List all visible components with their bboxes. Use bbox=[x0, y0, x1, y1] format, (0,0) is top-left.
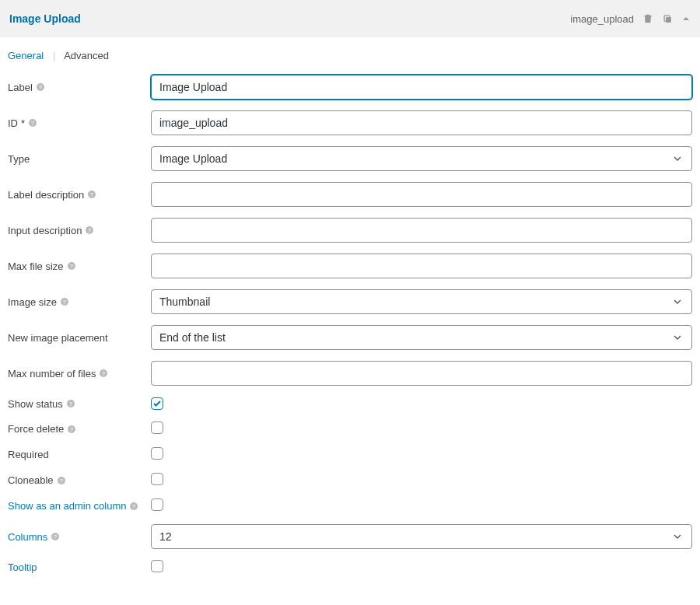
help-icon[interactable]: ? bbox=[85, 226, 94, 235]
tooltip-checkbox[interactable] bbox=[151, 560, 163, 572]
chevron-down-icon bbox=[671, 530, 684, 543]
max-file-size-text: Max file size bbox=[8, 261, 64, 272]
help-icon[interactable]: ? bbox=[129, 502, 138, 511]
field-header: Image Upload image_upload bbox=[0, 0, 700, 37]
cloneable-text: Cloneable bbox=[8, 474, 54, 486]
form-body: Label ? ID* ? Type Image Upload Label de… bbox=[0, 69, 700, 596]
new-image-placement-value: End of the list bbox=[159, 331, 226, 344]
svg-text:?: ? bbox=[60, 477, 63, 483]
row-show-admin-col: Show as an admin column ? bbox=[8, 493, 692, 519]
svg-text:?: ? bbox=[70, 426, 73, 432]
id-label-text: ID bbox=[8, 117, 18, 129]
help-icon[interactable]: ? bbox=[67, 261, 76, 271]
help-icon[interactable]: ? bbox=[51, 532, 60, 541]
tab-advanced[interactable]: Advanced bbox=[64, 50, 109, 61]
svg-text:?: ? bbox=[88, 228, 91, 233]
input-desc-input[interactable] bbox=[151, 218, 692, 243]
svg-rect-0 bbox=[666, 17, 671, 23]
field-slug: image_upload bbox=[570, 13, 634, 25]
help-icon[interactable]: ? bbox=[99, 369, 108, 378]
label-label-text: Label bbox=[8, 82, 33, 93]
field-title: Image Upload bbox=[9, 12, 81, 25]
chevron-down-icon bbox=[671, 331, 684, 344]
row-label: Label ? bbox=[8, 69, 692, 105]
chevron-down-icon bbox=[671, 296, 684, 308]
id-label: ID* ? bbox=[8, 117, 151, 129]
required-checkbox[interactable] bbox=[151, 447, 163, 460]
label-input[interactable] bbox=[151, 75, 692, 100]
max-num-files-label: Max number of files ? bbox=[8, 368, 151, 379]
row-input-desc: Input description ? bbox=[8, 212, 692, 248]
type-label: Type bbox=[8, 153, 151, 165]
collapse-icon[interactable] bbox=[681, 14, 691, 23]
required-label: Required bbox=[8, 449, 151, 460]
row-id: ID* ? bbox=[8, 105, 692, 141]
row-new-image-placement: New image placement End of the list bbox=[8, 320, 692, 355]
svg-text:?: ? bbox=[69, 401, 72, 407]
row-force-delete: Force delete ? bbox=[8, 416, 692, 442]
input-desc-text: Input description bbox=[8, 225, 82, 236]
image-size-value: Thumbnail bbox=[159, 296, 210, 308]
columns-select[interactable]: 12 bbox=[151, 524, 692, 549]
cloneable-checkbox[interactable] bbox=[151, 473, 163, 485]
duplicate-icon[interactable] bbox=[662, 13, 674, 25]
svg-text:?: ? bbox=[31, 121, 34, 126]
svg-text:?: ? bbox=[70, 264, 73, 269]
row-max-file-size: Max file size ? bbox=[8, 248, 692, 284]
force-delete-text: Force delete bbox=[8, 423, 64, 435]
help-icon[interactable]: ? bbox=[87, 190, 96, 199]
row-image-size: Image size ? Thumbnail bbox=[8, 284, 692, 320]
chevron-down-icon bbox=[671, 152, 684, 165]
row-max-num-files: Max number of files ? bbox=[8, 355, 692, 391]
help-icon[interactable]: ? bbox=[60, 297, 69, 306]
tabs: General | Advanced bbox=[0, 37, 700, 69]
help-icon[interactable]: ? bbox=[28, 118, 37, 128]
type-select[interactable]: Image Upload bbox=[151, 146, 692, 171]
tab-general[interactable]: General bbox=[8, 50, 44, 61]
svg-text:?: ? bbox=[102, 371, 105, 376]
max-file-size-input[interactable] bbox=[151, 254, 692, 278]
help-icon[interactable]: ? bbox=[66, 399, 75, 408]
show-admin-col-link[interactable]: Show as an admin column bbox=[8, 500, 126, 512]
max-num-files-input[interactable] bbox=[151, 361, 692, 386]
label-label: Label ? bbox=[8, 82, 151, 93]
type-select-value: Image Upload bbox=[159, 152, 227, 165]
svg-text:?: ? bbox=[90, 192, 93, 198]
svg-text:?: ? bbox=[54, 534, 57, 540]
show-admin-col-label: Show as an admin column ? bbox=[8, 500, 151, 512]
header-actions: image_upload bbox=[570, 12, 691, 25]
image-size-label: Image size ? bbox=[8, 296, 151, 308]
tooltip-link[interactable]: Tooltip bbox=[8, 561, 37, 573]
help-icon[interactable]: ? bbox=[67, 425, 76, 434]
image-size-select[interactable]: Thumbnail bbox=[151, 289, 692, 314]
svg-text:?: ? bbox=[39, 85, 42, 90]
help-icon[interactable]: ? bbox=[36, 82, 45, 92]
svg-text:?: ? bbox=[63, 299, 66, 305]
show-status-checkbox[interactable] bbox=[151, 397, 163, 410]
trash-icon[interactable] bbox=[642, 12, 654, 25]
image-size-text: Image size bbox=[8, 296, 57, 308]
id-input[interactable] bbox=[151, 110, 692, 135]
force-delete-checkbox[interactable] bbox=[151, 421, 163, 434]
tab-separator: | bbox=[53, 50, 55, 61]
row-tooltip: Tooltip bbox=[8, 554, 692, 580]
required-indicator: * bbox=[21, 117, 25, 129]
show-status-text: Show status bbox=[8, 398, 63, 410]
columns-value: 12 bbox=[159, 530, 172, 543]
label-desc-label: Label description ? bbox=[8, 189, 151, 201]
max-num-files-text: Max number of files bbox=[8, 368, 96, 379]
svg-text:?: ? bbox=[133, 503, 136, 509]
row-label-desc: Label description ? bbox=[8, 177, 692, 212]
row-cloneable: Cloneable ? bbox=[8, 467, 692, 493]
row-columns: Columns ? 12 bbox=[8, 519, 692, 554]
cloneable-label: Cloneable ? bbox=[8, 474, 151, 486]
columns-link[interactable]: Columns bbox=[8, 531, 47, 543]
row-required: Required bbox=[8, 442, 692, 467]
label-desc-input[interactable] bbox=[151, 182, 692, 207]
new-image-placement-select[interactable]: End of the list bbox=[151, 325, 692, 350]
new-image-placement-label: New image placement bbox=[8, 332, 151, 344]
tooltip-label: Tooltip bbox=[8, 561, 151, 573]
show-admin-col-checkbox[interactable] bbox=[151, 498, 163, 511]
row-type: Type Image Upload bbox=[8, 141, 692, 177]
help-icon[interactable]: ? bbox=[57, 476, 66, 485]
